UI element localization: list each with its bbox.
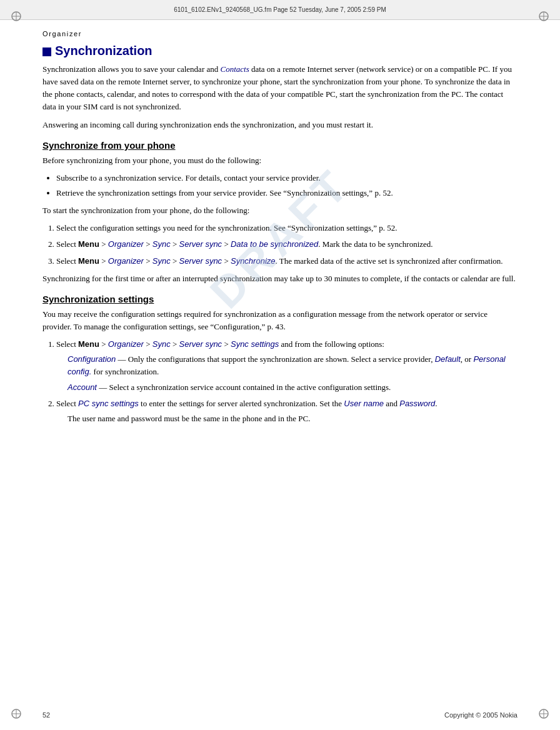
corner-br-decoration — [531, 701, 549, 719]
section-label: Organizer — [42, 30, 518, 38]
header-bar-text: 6101_6102.ENv1_9240568_UG.fm Page 52 Tue… — [174, 6, 386, 13]
corner-tr-decoration — [531, 11, 549, 29]
sync-settings-intro: You may receive the configuration settin… — [42, 308, 518, 333]
page-container: 6101_6102.ENv1_9240568_UG.fm Page 52 Tue… — [0, 0, 560, 730]
sync-phone-before: Before synchronizing from your phone, yo… — [42, 154, 518, 167]
sync-note: Synchronizing for the first time or afte… — [42, 272, 518, 285]
corner-bl-decoration — [11, 701, 29, 719]
main-heading-text: Synchronization — [55, 44, 152, 58]
sync-step-1: Select the configuration settings you ne… — [56, 222, 518, 234]
sync-settings-heading: Synchronization settings — [42, 294, 518, 304]
footer-copyright: Copyright © 2005 Nokia — [444, 711, 518, 719]
heading-square-icon — [42, 48, 51, 56]
header-bar: 6101_6102.ENv1_9240568_UG.fm Page 52 Tue… — [0, 0, 560, 20]
answering-text: Answering an incoming call during synchr… — [42, 119, 518, 131]
settings-step-1: Select Menu > Organizer > Sync > Server … — [56, 338, 518, 394]
corner-tl-decoration — [11, 11, 29, 29]
sync-settings-steps: Select Menu > Organizer > Sync > Server … — [56, 338, 518, 425]
sync-step-3: Select Menu > Organizer > Sync > Server … — [56, 255, 518, 268]
sync-phone-heading: Synchronize from your phone — [42, 140, 518, 151]
footer: 52 Copyright © 2005 Nokia — [42, 711, 518, 719]
settings-step-2: Select PC sync settings to enter the set… — [56, 398, 518, 425]
username-password-note: The user name and password must be the s… — [68, 412, 518, 425]
config-option: Configuration — Only the configurations … — [68, 353, 518, 378]
bullet-item-1: Subscribe to a synchronization service. … — [56, 172, 518, 184]
intro-paragraph: Synchronization allows you to save your … — [42, 63, 518, 114]
contacts-link: Contacts — [220, 64, 249, 74]
sync-phone-start: To start the synchronization from your p… — [42, 204, 518, 217]
sync-phone-steps: Select the configuration settings you ne… — [56, 222, 518, 267]
sync-step-2: Select Menu > Organizer > Sync > Server … — [56, 238, 518, 251]
footer-page-number: 52 — [42, 711, 50, 719]
account-option: Account — Select a synchronization servi… — [68, 381, 518, 394]
bullet-item-2: Retrieve the synchronization settings fr… — [56, 187, 518, 199]
main-heading: Synchronization — [42, 44, 518, 58]
sync-phone-bullets: Subscribe to a synchronization service. … — [56, 172, 518, 199]
content-area: Organizer Synchronization Synchronizatio… — [42, 25, 518, 696]
